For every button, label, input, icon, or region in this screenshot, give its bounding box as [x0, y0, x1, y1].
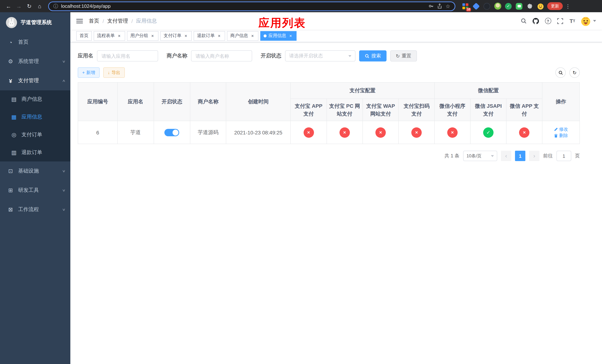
- sidebar-logo[interactable]: 芋道管理系统: [0, 12, 70, 32]
- breadcrumb: 首页 / 支付管理 / 应用信息: [89, 18, 157, 24]
- navbar: 首页 / 支付管理 / 应用信息: [70, 12, 602, 30]
- merchant-name-input[interactable]: [191, 50, 252, 62]
- sidebar-item-workflow[interactable]: ⊠ 工作流程 ∨: [0, 200, 70, 219]
- browser-menu-icon[interactable]: ⋮: [565, 3, 570, 9]
- sidebar-item-dev-tools[interactable]: ⊞ 研发工具 ∨: [0, 181, 70, 200]
- edit-link[interactable]: 修改: [554, 126, 568, 132]
- search-icon[interactable]: [519, 16, 528, 25]
- extension-grid-icon[interactable]: 10: [461, 2, 469, 10]
- extension-gem-icon[interactable]: [472, 2, 480, 10]
- bookmark-star-icon[interactable]: ☆: [446, 3, 450, 9]
- browser-home-icon[interactable]: ⌂: [35, 1, 44, 11]
- address-bar[interactable]: ⓘ localhost:1024/pay/app ☆: [48, 1, 455, 11]
- sidebar-item-payment-order[interactable]: ◎ 支付订单: [0, 126, 70, 144]
- tab-close-icon[interactable]: ×: [117, 33, 122, 38]
- col-alipay-scan: 支付宝扫码支付: [399, 99, 434, 121]
- sidebar-item-payment[interactable]: ¥ 支付管理 ∧: [0, 71, 70, 90]
- chevron-down-icon: [593, 20, 596, 22]
- chrome-update-button[interactable]: 更新: [547, 2, 563, 10]
- chevron-down-icon: [348, 55, 351, 57]
- reset-button[interactable]: ↻ 重置: [390, 50, 417, 62]
- extensions-area: 10 ✓: [461, 2, 545, 10]
- browser-reload-icon[interactable]: ↻: [24, 1, 34, 11]
- github-icon[interactable]: [531, 16, 540, 25]
- password-key-icon[interactable]: [429, 3, 434, 9]
- url-text[interactable]: localhost:1024/pay/app: [61, 3, 426, 9]
- site-info-icon[interactable]: ⓘ: [53, 3, 58, 10]
- help-icon[interactable]: ?: [544, 16, 552, 25]
- tab-close-icon[interactable]: ×: [183, 33, 188, 38]
- toggle-search-button[interactable]: [555, 67, 566, 78]
- fullscreen-icon[interactable]: [556, 16, 565, 25]
- sidebar-item-home[interactable]: ◔ 首页: [0, 32, 70, 52]
- tab-process-form[interactable]: 流程表单 ×: [94, 31, 125, 41]
- delete-link[interactable]: 删除: [554, 132, 568, 139]
- tags-view: 首页 流程表单 × 用户分组 × 支付订单 × 退款订单 ×: [70, 30, 602, 42]
- alipay-pc-status-icon: ×: [340, 127, 350, 138]
- prev-page-button[interactable]: ‹: [501, 151, 511, 161]
- extension-dark-icon[interactable]: [483, 2, 491, 10]
- app-name-input[interactable]: [97, 50, 158, 62]
- extensions-puzzle-icon[interactable]: [526, 2, 534, 10]
- extension-check-icon[interactable]: ✓: [504, 2, 512, 10]
- font-size-icon[interactable]: TT: [568, 16, 577, 25]
- extension-avatar-icon[interactable]: [494, 2, 502, 10]
- page-number-button[interactable]: 1: [515, 151, 525, 161]
- col-alipay-pc: 支付宝 PC 网站支付: [327, 99, 363, 121]
- col-merchant: 商户名称: [190, 82, 226, 121]
- tab-merchant-info[interactable]: 商户信息 ×: [227, 31, 258, 41]
- sidebar-item-label: 应用信息: [22, 114, 42, 120]
- add-button[interactable]: + 新增: [78, 67, 100, 78]
- col-app-name: 应用名: [118, 82, 154, 121]
- next-page-button[interactable]: ›: [529, 151, 539, 161]
- user-menu[interactable]: [580, 15, 596, 26]
- status-toggle[interactable]: [165, 129, 179, 136]
- table-toolbar: + 新增 ↓ 导出 ↻: [78, 67, 580, 78]
- col-alipay-wap: 支付宝 WAP 网站支付: [363, 99, 398, 121]
- tab-user-group[interactable]: 用户分组 ×: [127, 31, 159, 41]
- col-group-wechat: 微信配置: [434, 82, 542, 99]
- tab-close-icon[interactable]: ×: [216, 33, 222, 38]
- col-status: 开启状态: [154, 82, 190, 121]
- browser-back-icon[interactable]: ←: [4, 1, 13, 11]
- share-icon[interactable]: [437, 3, 443, 9]
- chevron-up-icon: ∧: [62, 79, 66, 83]
- tab-close-icon[interactable]: ×: [250, 33, 255, 38]
- cell-app-name: 芋道: [118, 121, 154, 144]
- browser-forward-icon[interactable]: →: [14, 1, 24, 11]
- tab-refund-order[interactable]: 退款订单 ×: [194, 31, 225, 41]
- sidebar-item-refund-order[interactable]: ▥ 退款订单: [0, 144, 70, 161]
- export-button[interactable]: ↓ 导出: [103, 67, 125, 78]
- grid-icon: ▦: [10, 114, 17, 120]
- col-group-alipay: 支付宝配置: [290, 82, 434, 99]
- box-icon: ⊠: [7, 206, 14, 213]
- search-icon: [365, 54, 369, 58]
- sidebar-item-merchant-info[interactable]: ▤ 商户信息: [0, 90, 70, 108]
- page-size-select[interactable]: 10条/页: [463, 151, 497, 161]
- chevron-down-icon: [491, 155, 494, 157]
- sidebar-item-infrastructure[interactable]: ⊡ 基础设施 ∨: [0, 161, 70, 181]
- tab-payment-order[interactable]: 支付订单 ×: [160, 31, 192, 41]
- tab-close-icon[interactable]: ×: [150, 33, 155, 38]
- breadcrumb-home[interactable]: 首页: [89, 18, 99, 24]
- status-select[interactable]: 请选择开启状态: [285, 50, 355, 62]
- dashboard-icon: ◔: [7, 39, 14, 45]
- tab-label: 首页: [80, 32, 88, 39]
- search-icon: [558, 70, 563, 75]
- tab-close-icon[interactable]: ×: [288, 33, 293, 38]
- search-button[interactable]: 搜索: [359, 50, 387, 62]
- sidebar-item-app-info[interactable]: ▦ 应用信息: [0, 108, 70, 126]
- sidebar-item-system[interactable]: ⚙ 系统管理 ∨: [0, 52, 70, 71]
- edit-icon: [554, 127, 558, 131]
- tab-home[interactable]: 首页: [76, 31, 92, 41]
- app-table: 应用编号 应用名 开启状态 商户名称 创建时间 支付宝配置 微信配置 操作 支付…: [78, 82, 580, 144]
- breadcrumb-section[interactable]: 支付管理: [107, 18, 128, 24]
- refresh-button[interactable]: ↻: [570, 67, 580, 78]
- goto-page-input[interactable]: [557, 151, 571, 161]
- extension-chat-icon[interactable]: [515, 2, 523, 10]
- sidebar-toggle-button[interactable]: [76, 19, 83, 23]
- tab-app-info[interactable]: 应用信息 ×: [260, 31, 297, 41]
- sidebar-item-label: 基础设施: [18, 168, 39, 174]
- profile-avatar-icon[interactable]: [537, 2, 545, 10]
- gear-icon: ⚙: [7, 58, 14, 65]
